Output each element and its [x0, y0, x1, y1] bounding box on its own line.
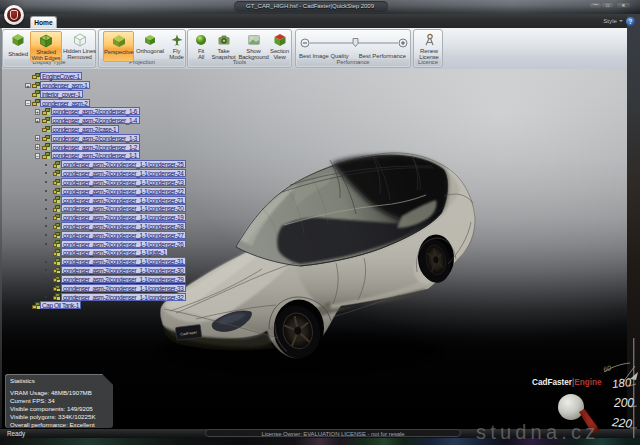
svg-text:60: 60: [603, 364, 612, 373]
